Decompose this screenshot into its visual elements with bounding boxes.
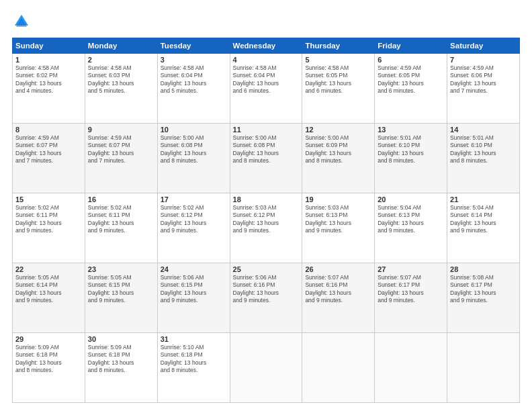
day-number: 26	[305, 265, 371, 273]
day-info: Sunrise: 4:58 AMSunset: 6:05 PMDaylight:…	[305, 64, 351, 94]
calendar-cell: 15 Sunrise: 5:02 AMSunset: 6:11 PMDaylig…	[13, 193, 85, 263]
day-number: 11	[233, 126, 300, 134]
day-info: Sunrise: 5:04 AMSunset: 6:13 PMDaylight:…	[378, 204, 424, 234]
day-info: Sunrise: 5:01 AMSunset: 6:10 PMDaylight:…	[450, 134, 496, 164]
day-info: Sunrise: 5:03 AMSunset: 6:12 PMDaylight:…	[233, 204, 279, 234]
day-number: 23	[88, 265, 154, 273]
calendar-cell: 7 Sunrise: 4:59 AMSunset: 6:06 PMDayligh…	[447, 54, 520, 124]
day-number: 6	[378, 56, 444, 64]
calendar-cell: 18 Sunrise: 5:03 AMSunset: 6:12 PMDaylig…	[230, 193, 302, 263]
day-number: 20	[378, 195, 444, 203]
day-number: 16	[88, 195, 154, 203]
calendar-cell	[447, 333, 520, 403]
calendar-body: 1 Sunrise: 4:58 AMSunset: 6:02 PMDayligh…	[13, 54, 520, 403]
logo-icon	[12, 12, 31, 31]
weekday-header-sunday: Sunday	[13, 38, 85, 54]
calendar-cell: 24 Sunrise: 5:06 AMSunset: 6:15 PMDaylig…	[157, 263, 230, 333]
calendar-cell: 8 Sunrise: 4:59 AMSunset: 6:07 PMDayligh…	[13, 124, 85, 193]
day-number: 7	[450, 56, 517, 64]
day-info: Sunrise: 5:03 AMSunset: 6:13 PMDaylight:…	[305, 204, 351, 234]
day-info: Sunrise: 5:09 AMSunset: 6:18 PMDaylight:…	[88, 344, 134, 373]
calendar-cell: 20 Sunrise: 5:04 AMSunset: 6:13 PMDaylig…	[375, 193, 447, 263]
calendar-cell: 6 Sunrise: 4:59 AMSunset: 6:05 PMDayligh…	[375, 54, 447, 124]
calendar-table: SundayMondayTuesdayWednesdayThursdayFrid…	[12, 38, 520, 403]
calendar-cell: 5 Sunrise: 4:58 AMSunset: 6:05 PMDayligh…	[302, 54, 375, 124]
logo	[12, 12, 34, 31]
day-number: 28	[450, 265, 517, 273]
day-info: Sunrise: 4:59 AMSunset: 6:05 PMDaylight:…	[378, 64, 424, 94]
day-number: 5	[305, 56, 371, 64]
day-number: 10	[161, 126, 227, 134]
day-info: Sunrise: 5:00 AMSunset: 6:08 PMDaylight:…	[233, 134, 279, 164]
day-info: Sunrise: 4:59 AMSunset: 6:06 PMDaylight:…	[450, 64, 496, 94]
day-info: Sunrise: 5:07 AMSunset: 6:17 PMDaylight:…	[378, 274, 424, 304]
day-info: Sunrise: 5:07 AMSunset: 6:16 PMDaylight:…	[305, 274, 351, 304]
day-number: 2	[88, 56, 154, 64]
day-number: 17	[161, 195, 227, 203]
calendar-week-1: 1 Sunrise: 4:58 AMSunset: 6:02 PMDayligh…	[13, 54, 520, 124]
calendar-cell: 29 Sunrise: 5:09 AMSunset: 6:18 PMDaylig…	[13, 333, 85, 403]
day-number: 18	[233, 195, 300, 203]
calendar-cell: 9 Sunrise: 4:59 AMSunset: 6:07 PMDayligh…	[85, 124, 157, 193]
weekday-header-friday: Friday	[375, 38, 447, 54]
calendar-cell: 28 Sunrise: 5:08 AMSunset: 6:17 PMDaylig…	[447, 263, 520, 333]
calendar-cell: 17 Sunrise: 5:02 AMSunset: 6:12 PMDaylig…	[157, 193, 230, 263]
day-info: Sunrise: 5:08 AMSunset: 6:17 PMDaylight:…	[450, 274, 496, 304]
day-number: 12	[305, 126, 371, 134]
calendar-cell: 1 Sunrise: 4:58 AMSunset: 6:02 PMDayligh…	[13, 54, 85, 124]
day-number: 30	[88, 335, 154, 343]
day-number: 8	[15, 126, 82, 134]
calendar-week-4: 22 Sunrise: 5:05 AMSunset: 6:14 PMDaylig…	[13, 263, 520, 333]
header	[12, 12, 520, 31]
calendar-cell: 4 Sunrise: 4:58 AMSunset: 6:04 PMDayligh…	[230, 54, 302, 124]
calendar-week-3: 15 Sunrise: 5:02 AMSunset: 6:11 PMDaylig…	[13, 193, 520, 263]
day-info: Sunrise: 5:02 AMSunset: 6:12 PMDaylight:…	[161, 204, 207, 234]
calendar-week-2: 8 Sunrise: 4:59 AMSunset: 6:07 PMDayligh…	[13, 124, 520, 193]
day-number: 15	[15, 195, 82, 203]
calendar-cell: 13 Sunrise: 5:01 AMSunset: 6:10 PMDaylig…	[375, 124, 447, 193]
calendar-cell: 25 Sunrise: 5:06 AMSunset: 6:16 PMDaylig…	[230, 263, 302, 333]
weekday-header-monday: Monday	[85, 38, 157, 54]
calendar-cell: 22 Sunrise: 5:05 AMSunset: 6:14 PMDaylig…	[13, 263, 85, 333]
calendar-week-5: 29 Sunrise: 5:09 AMSunset: 6:18 PMDaylig…	[13, 333, 520, 403]
weekday-header-tuesday: Tuesday	[157, 38, 230, 54]
calendar-cell: 21 Sunrise: 5:04 AMSunset: 6:14 PMDaylig…	[447, 193, 520, 263]
day-number: 13	[378, 126, 444, 134]
day-number: 29	[15, 335, 82, 343]
calendar-cell: 2 Sunrise: 4:58 AMSunset: 6:03 PMDayligh…	[85, 54, 157, 124]
calendar-cell: 3 Sunrise: 4:58 AMSunset: 6:04 PMDayligh…	[157, 54, 230, 124]
day-info: Sunrise: 5:05 AMSunset: 6:14 PMDaylight:…	[15, 274, 62, 304]
calendar-cell: 26 Sunrise: 5:07 AMSunset: 6:16 PMDaylig…	[302, 263, 375, 333]
calendar-cell: 16 Sunrise: 5:02 AMSunset: 6:11 PMDaylig…	[85, 193, 157, 263]
day-number: 3	[161, 56, 227, 64]
day-number: 14	[450, 126, 517, 134]
day-info: Sunrise: 5:06 AMSunset: 6:16 PMDaylight:…	[233, 274, 279, 304]
calendar-cell: 19 Sunrise: 5:03 AMSunset: 6:13 PMDaylig…	[302, 193, 375, 263]
day-info: Sunrise: 5:00 AMSunset: 6:08 PMDaylight:…	[161, 134, 207, 164]
calendar-cell: 27 Sunrise: 5:07 AMSunset: 6:17 PMDaylig…	[375, 263, 447, 333]
day-number: 19	[305, 195, 371, 203]
day-info: Sunrise: 4:58 AMSunset: 6:04 PMDaylight:…	[161, 64, 207, 94]
day-info: Sunrise: 5:00 AMSunset: 6:09 PMDaylight:…	[305, 134, 351, 164]
day-number: 31	[161, 335, 227, 343]
calendar-cell: 30 Sunrise: 5:09 AMSunset: 6:18 PMDaylig…	[85, 333, 157, 403]
day-info: Sunrise: 5:05 AMSunset: 6:15 PMDaylight:…	[88, 274, 134, 304]
calendar-header: SundayMondayTuesdayWednesdayThursdayFrid…	[13, 38, 520, 54]
day-number: 25	[233, 265, 300, 273]
day-number: 1	[15, 56, 82, 64]
calendar-cell: 23 Sunrise: 5:05 AMSunset: 6:15 PMDaylig…	[85, 263, 157, 333]
calendar-cell	[230, 333, 302, 403]
day-number: 4	[233, 56, 300, 64]
weekday-header-saturday: Saturday	[447, 38, 520, 54]
day-info: Sunrise: 4:59 AMSunset: 6:07 PMDaylight:…	[88, 134, 134, 164]
day-info: Sunrise: 5:06 AMSunset: 6:15 PMDaylight:…	[161, 274, 207, 304]
calendar-cell: 11 Sunrise: 5:00 AMSunset: 6:08 PMDaylig…	[230, 124, 302, 193]
day-number: 27	[378, 265, 444, 273]
day-number: 22	[15, 265, 82, 273]
day-info: Sunrise: 4:58 AMSunset: 6:04 PMDaylight:…	[233, 64, 279, 94]
day-info: Sunrise: 5:04 AMSunset: 6:14 PMDaylight:…	[450, 204, 496, 234]
calendar-cell: 14 Sunrise: 5:01 AMSunset: 6:10 PMDaylig…	[447, 124, 520, 193]
weekday-row: SundayMondayTuesdayWednesdayThursdayFrid…	[13, 38, 520, 54]
weekday-header-thursday: Thursday	[302, 38, 375, 54]
day-info: Sunrise: 5:10 AMSunset: 6:18 PMDaylight:…	[161, 344, 207, 373]
